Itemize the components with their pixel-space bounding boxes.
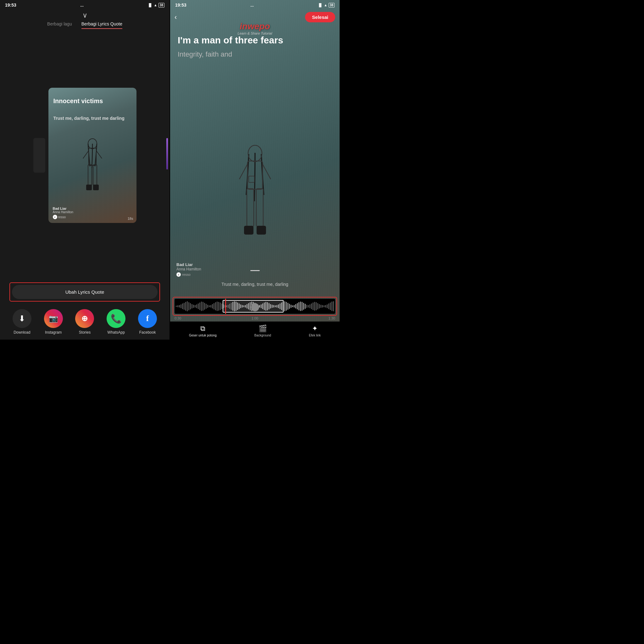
battery-indicator: 38 [158, 3, 164, 8]
right-song-info: Bad Liar Anna Hamilton r resso [176, 262, 333, 277]
right-bottom-toolbar: ⧉ Geser untuk potong 🎬 Background ✦ Efek… [170, 321, 340, 340]
facebook-label: Facebook [139, 330, 156, 335]
purple-indicator [166, 138, 168, 169]
share-item-download[interactable]: ⬇ Download [13, 309, 31, 335]
right-status-dots: ... [250, 3, 254, 8]
share-item-facebook[interactable]: f Facebook [138, 309, 157, 335]
card-title: Innocent victims [53, 97, 131, 105]
right-panel: 19:53 ... ▐▌ ▲ 38 ‹ Selesai inwepo Learn… [170, 0, 340, 340]
right-sub-lyric: Integrity, faith and [178, 50, 332, 58]
right-time: 19:53 [175, 3, 186, 8]
instagram-icon: 📷 [49, 314, 58, 323]
chevron-down-icon[interactable]: ∨ [82, 11, 87, 19]
toolbar-item-background[interactable]: 🎬 Background [254, 325, 271, 337]
efek-label: Efek lirik [309, 334, 321, 337]
timeline-red-marker [225, 299, 226, 314]
download-icon: ⬇ [19, 314, 25, 324]
ubah-lyrics-quote-button[interactable]: Ubah Lyrics Quote [12, 285, 158, 299]
left-panel: 19:53 ... ▐▌ ▲ 38 ∨ Berbagi lagu Berbagi… [0, 0, 169, 340]
svg-rect-7 [93, 185, 99, 190]
toolbar-item-geser[interactable]: ⧉ Geser untuk potong [189, 325, 217, 337]
right-subtitle-text: Trust me, darling, trust me, darling [170, 282, 340, 287]
back-button[interactable]: ‹ [175, 13, 177, 21]
svg-rect-16 [257, 226, 266, 235]
timeline-labels: 0:30 1:00 1:30 [173, 316, 337, 321]
svg-rect-10 [249, 176, 254, 182]
ubah-btn-outline: Ubah Lyrics Quote [9, 282, 160, 302]
card-background: Innocent victims Trust me, darling, trus… [48, 88, 136, 223]
timeline-scrubber[interactable] [251, 303, 259, 311]
instagram-label: Instagram [45, 330, 62, 335]
share-item-whatsapp[interactable]: 📞 WhatsApp [107, 309, 125, 335]
right-signal-icon: ▐▌ [318, 3, 323, 7]
svg-rect-14 [256, 189, 263, 226]
svg-rect-5 [93, 165, 97, 185]
background-label: Background [254, 334, 271, 337]
main-card: Innocent victims Trust me, darling, trus… [48, 88, 136, 223]
timeline-label-130: 1:30 [329, 316, 335, 320]
right-resso: r resso [176, 272, 333, 277]
svg-rect-15 [244, 226, 253, 235]
right-resso-text: resso [182, 273, 191, 276]
svg-line-3 [96, 151, 102, 158]
toolbar-item-efek[interactable]: ✦ Efek lirik [309, 325, 321, 337]
timeline-area: 0:30 1:00 1:30 [170, 297, 340, 321]
stories-icon-circle: ⊕ [75, 309, 94, 328]
resso-icon: r [53, 215, 57, 219]
facebook-icon-circle: f [138, 309, 157, 328]
instagram-icon-circle: 📷 [44, 309, 63, 328]
right-status-bar: 19:53 ... ▐▌ ▲ 38 [170, 0, 340, 10]
whatsapp-label: WhatsApp [108, 330, 125, 335]
right-top-bar: ‹ Selesai [170, 10, 340, 24]
svg-rect-4 [88, 165, 92, 185]
card-subtitle: Trust me, darling, trust me darling [53, 115, 131, 122]
left-status-bar: 19:53 ... ▐▌ ▲ 38 [0, 0, 169, 10]
right-figure [224, 145, 286, 252]
right-wifi-icon: ▲ [324, 3, 327, 7]
lyric-indicator [250, 270, 260, 271]
svg-rect-6 [86, 185, 92, 190]
card-duration: 18s [128, 217, 133, 220]
left-time: 19:53 [5, 3, 16, 8]
tab-berbagi-lagu[interactable]: Berbagi lagu [47, 21, 72, 29]
resso-logo: r resso [53, 215, 132, 219]
share-item-stories[interactable]: ⊕ Stories [75, 309, 94, 335]
card-song-title: Bad Liar [53, 207, 132, 210]
resso-text: resso [58, 215, 66, 219]
tab-berbagi-lyrics[interactable]: Berbagi Lyrics Quote [81, 21, 122, 29]
figure-svg [77, 138, 108, 204]
card-artist: Anna Hamilton [53, 210, 132, 214]
svg-rect-13 [247, 189, 254, 226]
timeline-box-outline [173, 297, 337, 316]
signal-icon: ▐▌ [147, 3, 153, 7]
side-thumbnail [33, 138, 45, 173]
share-icons-row: ⬇ Download 📷 Instagram ⊕ Stories 📞 Whats… [0, 305, 169, 340]
download-icon-circle: ⬇ [13, 309, 31, 328]
left-status-dots: ... [80, 3, 84, 8]
card-footer: Bad Liar Anna Hamilton r resso [53, 207, 132, 219]
svg-line-2 [83, 151, 89, 158]
left-status-icons: ▐▌ ▲ 38 [147, 3, 164, 8]
right-status-icons: ▐▌ ▲ 38 [318, 3, 335, 8]
stories-icon: ⊕ [81, 314, 88, 323]
wifi-icon: ▲ [154, 3, 157, 7]
right-figure-svg [224, 145, 286, 252]
download-label: Download [14, 330, 30, 335]
geser-label: Geser untuk potong [189, 334, 217, 337]
right-main-lyric: I'm a man of three fears [178, 35, 332, 46]
right-resso-icon: r [176, 272, 181, 277]
facebook-icon: f [146, 314, 149, 323]
whatsapp-icon-circle: 📞 [107, 309, 125, 328]
left-header: ∨ Berbagi lagu Berbagi Lyrics Quote [0, 10, 169, 29]
efek-icon: ✦ [312, 325, 318, 333]
ubah-button-area: Ubah Lyrics Quote [0, 279, 169, 305]
selesai-button[interactable]: Selesai [305, 12, 335, 22]
right-lyrics: I'm a man of three fears Integrity, fait… [178, 35, 332, 58]
card-figure [70, 135, 114, 204]
whatsapp-icon: 📞 [111, 314, 122, 324]
share-item-instagram[interactable]: 📷 Instagram [44, 309, 63, 335]
timeline-label-030: 0:30 [175, 316, 181, 320]
tabs-row: Berbagi lagu Berbagi Lyrics Quote [41, 21, 129, 29]
timeline-inner [175, 299, 335, 314]
background-icon: 🎬 [258, 325, 267, 333]
